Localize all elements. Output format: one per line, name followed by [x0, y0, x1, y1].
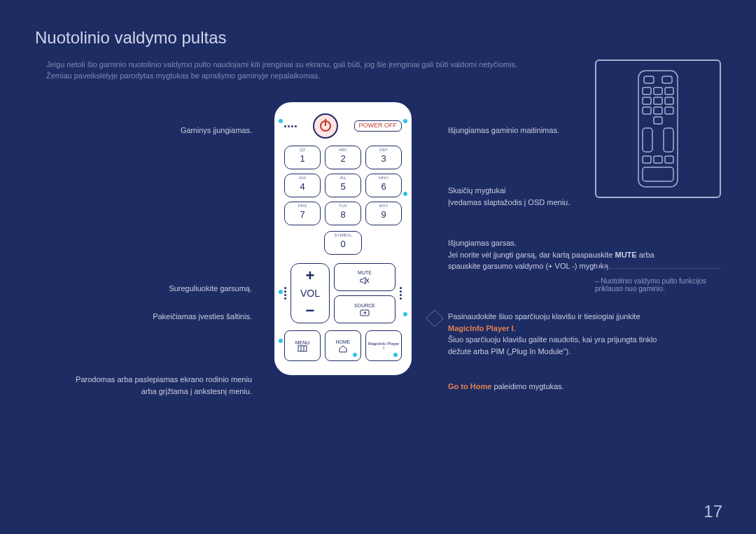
- svg-rect-22: [643, 167, 673, 181]
- power-off-button[interactable]: POWER OFF: [354, 120, 402, 132]
- key-6[interactable]: MNO6: [365, 174, 402, 197]
- svg-rect-16: [654, 117, 662, 124]
- label-power-on: Gaminys įjungiamas.: [181, 125, 252, 136]
- svg-rect-20: [654, 156, 662, 163]
- dots-icon: [400, 287, 402, 300]
- key-7[interactable]: PRS7: [284, 202, 321, 225]
- key-1[interactable]: QZ1: [284, 146, 321, 169]
- svg-rect-12: [665, 97, 673, 104]
- home-label: HOME: [336, 339, 351, 344]
- svg-rect-18: [664, 128, 673, 152]
- key-5[interactable]: JKL5: [325, 174, 361, 197]
- key-9[interactable]: WXY9: [365, 202, 402, 225]
- label-home: Go to Home paleidimo mygtukas.: [448, 381, 665, 393]
- svg-rect-7: [643, 87, 651, 94]
- label-volume: Sureguliuokite garsumą.: [169, 283, 252, 295]
- callout-dot: [403, 192, 407, 196]
- mute-icon: [360, 276, 370, 285]
- callout-dot: [393, 353, 398, 357]
- svg-rect-19: [643, 156, 651, 163]
- label-source: Pakeičiamas įvesties šaltinis.: [153, 311, 252, 323]
- vol-label: VOL: [300, 288, 320, 299]
- callout-dot: [279, 119, 283, 123]
- key-3[interactable]: DEF3: [365, 146, 402, 169]
- callout-dot: [279, 290, 283, 294]
- dots-icon: [284, 287, 286, 300]
- side-panel: – Nuotolinio valdymo pulto funkcijos pri…: [595, 59, 721, 293]
- power-icon: [320, 120, 331, 132]
- svg-rect-11: [654, 97, 662, 104]
- callout-dot: [279, 339, 283, 343]
- power-button[interactable]: [313, 113, 338, 139]
- number-keypad: QZ1 ABC2 DEF3 GHI4 JKL5 MNO6 PRS7 TUV8 W…: [284, 146, 402, 225]
- source-button[interactable]: SOURCE: [334, 295, 396, 323]
- bookmark-icon: [426, 309, 443, 327]
- svg-rect-17: [643, 128, 652, 152]
- magicinfo-label: MagicInfo Player I: [366, 342, 401, 350]
- home-icon: [338, 344, 348, 353]
- source-label: SOURCE: [354, 303, 375, 308]
- callout-dot: [403, 312, 407, 316]
- menu-icon: [298, 345, 307, 352]
- svg-rect-5: [644, 76, 654, 83]
- menu-label: MENU: [295, 340, 310, 345]
- mini-remote-figure: [595, 59, 721, 198]
- mini-remote-icon: [637, 69, 679, 188]
- key-4[interactable]: GHI4: [284, 174, 321, 197]
- side-note: – Nuotolinio valdymo pulto funkcijos pri…: [595, 268, 721, 293]
- left-callouts: Gaminys įjungiamas. Sureguliuokite garsu…: [35, 101, 259, 377]
- mute-button[interactable]: MUTE: [334, 263, 396, 291]
- svg-rect-9: [665, 87, 673, 94]
- label-magicinfo: Pasinaudokite šiuo sparčiuoju klavišu ir…: [448, 311, 665, 357]
- page-title: Nuotolinio valdymo pultas: [35, 28, 721, 48]
- svg-rect-8: [654, 87, 662, 94]
- svg-rect-15: [665, 107, 673, 114]
- key-2[interactable]: ABC2: [325, 146, 361, 169]
- svg-rect-10: [643, 97, 651, 104]
- svg-rect-14: [654, 107, 662, 114]
- power-off-label: POWER OFF: [359, 122, 398, 129]
- vol-minus: −: [306, 303, 315, 318]
- callout-dot: [353, 353, 357, 357]
- svg-rect-13: [643, 107, 651, 114]
- callout-dot: [403, 119, 407, 123]
- volume-rocker[interactable]: + VOL −: [290, 263, 330, 323]
- mute-label: MUTE: [358, 270, 372, 275]
- svg-rect-21: [665, 156, 673, 163]
- vol-plus: +: [306, 268, 315, 283]
- menu-button[interactable]: MENU: [284, 330, 321, 361]
- page-number: 17: [704, 502, 722, 521]
- source-icon: [360, 309, 370, 316]
- label-menu: Parodomas arba paslepiamas ekrano rodini…: [70, 374, 252, 397]
- key-symbol[interactable]: SYMBOL0: [324, 231, 362, 255]
- svg-rect-1: [298, 346, 307, 351]
- ir-led-icon: [284, 125, 297, 127]
- key-8[interactable]: TUV8: [325, 202, 361, 225]
- remote-control: POWER OFF QZ1 ABC2 DEF3 GHI4 JKL5 MNO6 P…: [273, 101, 413, 377]
- svg-rect-6: [662, 76, 672, 83]
